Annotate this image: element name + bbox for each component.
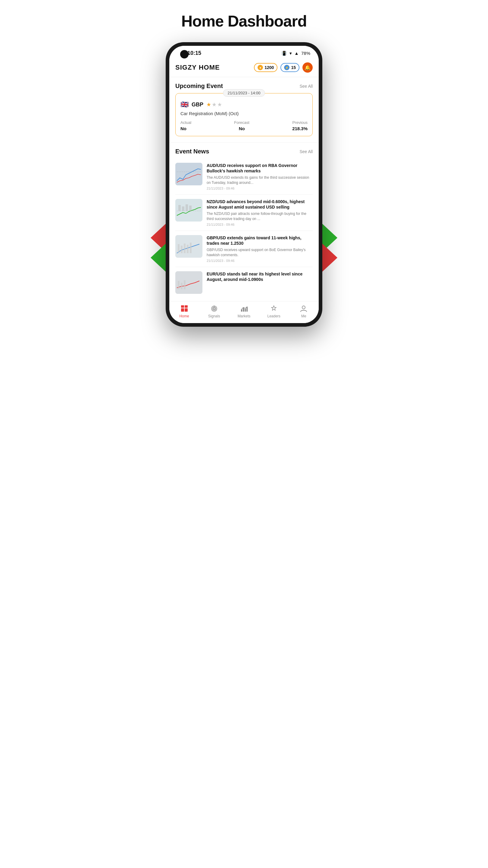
event-news-header: Event News See All <box>175 143 313 158</box>
coins-badge[interactable]: ● 1200 <box>254 63 278 72</box>
news-excerpt-3: GBP/USD receives upward support on BoE G… <box>207 247 313 258</box>
nav-signals[interactable]: Signals <box>204 304 225 318</box>
actual-label: Actual <box>181 120 191 125</box>
star-2: ★ <box>212 101 217 108</box>
battery-text: 78% <box>301 51 310 56</box>
nav-signals-label: Signals <box>208 314 220 318</box>
signal-icon: ▲ <box>294 51 299 56</box>
news-item[interactable]: AUD/USD receives support on RBA Governor… <box>175 158 313 195</box>
event-date-badge: 21/11/2023 - 14:00 <box>223 89 265 97</box>
signals-icon <box>210 304 218 313</box>
currency-code: GBP <box>192 101 203 108</box>
news-item[interactable]: NZD/USD advances beyond mid-0.6000s, hig… <box>175 195 313 231</box>
news-thumb-4 <box>175 271 202 294</box>
event-name: Car Registration (MoM) (Oct) <box>181 111 307 116</box>
upcoming-event-title: Upcoming Event <box>175 83 223 90</box>
news-content-1: AUD/USD receives support on RBA Governor… <box>207 163 313 190</box>
forecast-value: No <box>234 126 250 131</box>
home-icon <box>180 304 189 313</box>
news-content-4: EUR/USD stands tall near its highest lev… <box>207 271 313 294</box>
markets-icon <box>240 304 248 313</box>
news-content-2: NZD/USD advances beyond mid-0.6000s, hig… <box>207 199 313 226</box>
event-currency-row: 🇬🇧 GBP ★ ★ ★ <box>181 101 307 108</box>
svg-rect-27 <box>243 308 244 312</box>
nav-markets-label: Markets <box>238 314 251 318</box>
svg-rect-19 <box>185 308 188 312</box>
news-thumb-1 <box>175 163 202 185</box>
previous-value: 218.3% <box>292 126 307 131</box>
actual-stat: Actual No <box>181 120 191 131</box>
news-item[interactable]: GBP/USD extends gains toward 11-week hig… <box>175 231 313 267</box>
svg-rect-11 <box>184 244 186 253</box>
nav-me-label: Me <box>301 314 306 318</box>
event-card[interactable]: 21/11/2023 - 14:00 🇬🇧 GBP ★ ★ ★ Car Regi… <box>175 93 313 136</box>
news-title-2: NZD/USD advances beyond mid-0.6000s, hig… <box>207 199 313 210</box>
svg-rect-20 <box>181 305 184 308</box>
svg-rect-18 <box>181 308 184 312</box>
svg-rect-9 <box>178 244 180 253</box>
status-icons: 📳 ▾ ▲ 78% <box>281 51 310 56</box>
svg-rect-4 <box>178 205 181 211</box>
svg-point-30 <box>302 306 305 309</box>
svg-rect-7 <box>189 206 192 211</box>
nav-home[interactable]: Home <box>174 304 195 318</box>
event-stats: Actual No Forecast No Previous 218.3% <box>181 120 307 131</box>
gbp-flag: 🇬🇧 <box>181 101 189 108</box>
nav-leaders[interactable]: Leaders <box>263 304 284 318</box>
xp-icon: ⚡ <box>284 65 290 70</box>
news-list: AUD/USD receives support on RBA Governor… <box>175 158 313 301</box>
news-title-3: GBP/USD extends gains toward 11-week hig… <box>207 235 313 246</box>
xp-badge[interactable]: ⚡ 15 <box>281 63 299 72</box>
coin-icon: ● <box>258 65 263 70</box>
phone-screen: 10:15 📳 ▾ ▲ 78% SIGZY HOME ● 1200 <box>169 46 319 323</box>
news-date-3: 21/11/2023 - 09:46 <box>207 259 313 262</box>
news-thumb-3 <box>175 235 202 258</box>
svg-rect-17 <box>184 280 186 289</box>
star-3: ★ <box>217 101 222 108</box>
phone-frame: 10:15 📳 ▾ ▲ 78% SIGZY HOME ● 1200 <box>166 42 322 327</box>
news-thumb-2 <box>175 199 202 221</box>
me-icon <box>299 304 308 313</box>
app-logo-title: SIGZY HOME <box>175 64 220 71</box>
svg-point-22 <box>213 308 215 310</box>
news-excerpt-1: The AUD/USD extends its gains for the th… <box>207 175 313 185</box>
svg-rect-28 <box>245 309 246 312</box>
nav-markets[interactable]: Markets <box>233 304 255 318</box>
previous-stat: Previous 218.3% <box>292 120 307 131</box>
status-time: 10:15 <box>187 50 201 56</box>
svg-rect-15 <box>178 281 180 289</box>
svg-rect-6 <box>186 204 188 211</box>
upcoming-event-see-all[interactable]: See All <box>299 84 313 89</box>
svg-rect-12 <box>187 245 189 253</box>
svg-rect-21 <box>185 305 188 308</box>
leaders-icon <box>270 304 278 313</box>
event-news-title: Event News <box>175 148 209 155</box>
vibrate-icon: 📳 <box>281 51 287 56</box>
previous-label: Previous <box>292 120 307 125</box>
importance-stars: ★ ★ ★ <box>206 101 222 108</box>
svg-point-23 <box>213 307 216 310</box>
app-header: SIGZY HOME ● 1200 ⚡ 15 🔔 <box>169 59 319 77</box>
status-bar: 10:15 📳 ▾ ▲ 78% <box>169 46 319 59</box>
actual-value: No <box>181 126 191 131</box>
svg-rect-0 <box>175 163 202 185</box>
news-item[interactable]: EUR/USD stands tall near its highest lev… <box>175 267 313 298</box>
svg-rect-5 <box>182 207 184 211</box>
content-area: Upcoming Event See All 21/11/2023 - 14:0… <box>169 77 319 301</box>
xp-value: 15 <box>291 65 296 70</box>
nav-me[interactable]: Me <box>293 304 314 318</box>
header-actions: ● 1200 ⚡ 15 🔔 <box>254 62 313 73</box>
event-news-see-all[interactable]: See All <box>299 149 313 154</box>
news-excerpt-2: The NZD/USD pair attracts some follow-th… <box>207 211 313 221</box>
svg-rect-29 <box>247 307 248 312</box>
svg-rect-26 <box>241 309 242 312</box>
nav-leaders-label: Leaders <box>267 314 280 318</box>
wifi-icon: ▾ <box>290 51 292 56</box>
svg-rect-16 <box>181 283 183 289</box>
bottom-nav: Home Signals <box>169 301 319 323</box>
news-content-3: GBP/USD extends gains toward 11-week hig… <box>207 235 313 262</box>
svg-rect-13 <box>190 243 192 253</box>
page-title: Home Dashboard <box>181 12 307 30</box>
bell-icon[interactable]: 🔔 <box>302 62 313 73</box>
coins-value: 1200 <box>264 65 274 70</box>
